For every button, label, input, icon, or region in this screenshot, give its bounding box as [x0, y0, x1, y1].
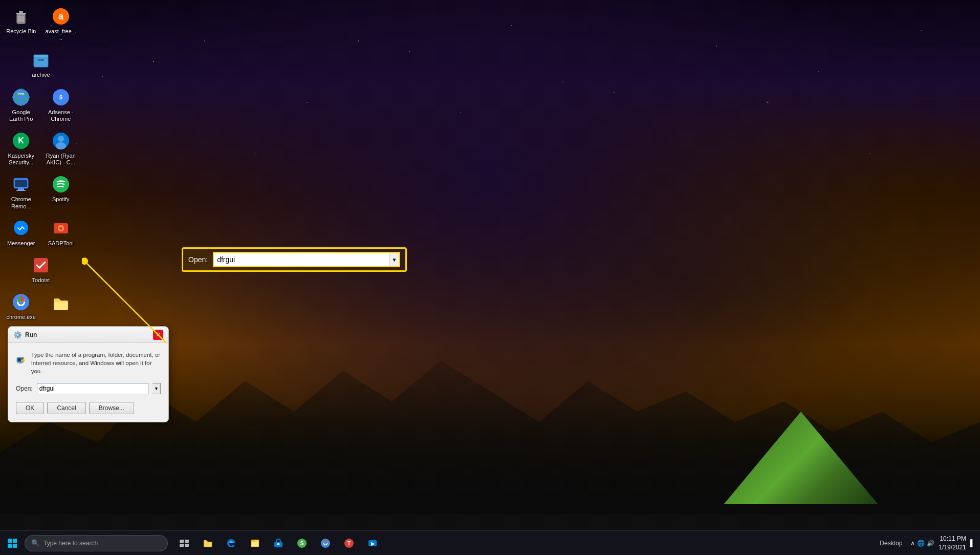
taskbar-search-placeholder: Type here to search [43, 540, 98, 547]
file-explorer-icon [203, 538, 213, 548]
desktop-icon-messenger[interactable]: Messenger [3, 216, 40, 249]
edge-browser-button[interactable] [220, 531, 243, 556]
desktop-icon-google-earth[interactable]: Pro Google Earth Pro [3, 84, 40, 125]
system-tray[interactable]: ∧ 🌐 🔊 [910, 540, 934, 547]
chrome-exe-label: chrome.exe [7, 314, 36, 321]
ryan-icon [51, 131, 71, 151]
svg-point-22 [56, 142, 66, 150]
svg-rect-8 [34, 57, 48, 67]
file-explorer-button[interactable] [197, 531, 219, 556]
taskbar-search-icon: 🔍 [31, 539, 39, 547]
blue-app-icon: ▶ [367, 538, 378, 548]
taskbar-right-area: Desktop ∧ 🌐 🔊 10:11 PM 1/19/2021 ▌ [880, 535, 980, 552]
svg-text:Pro: Pro [18, 92, 25, 96]
chrome-remote-label: Chrome Remo... [5, 196, 37, 209]
taskview-button[interactable] [173, 531, 195, 556]
desktop-icon-kaspersky[interactable]: K Kaspersky Security... [3, 128, 40, 168]
run-ok-button[interactable]: OK [16, 402, 44, 414]
run-title-icon: ⚙️ [13, 331, 22, 339]
taskbar-icon-tray: S T ▶ [173, 531, 384, 556]
avast-label: avast_free_... [45, 28, 77, 41]
run-dialog: ⚙️ Run ✕ Type the name of a program, fol… [8, 326, 169, 422]
svg-rect-55 [277, 543, 279, 545]
messenger-label: Messenger [7, 240, 35, 247]
desktop-icon-folder[interactable] [42, 291, 80, 323]
desktop-icon-chrome-exe[interactable]: chrome.exe [3, 289, 40, 323]
taskbar-search-bar[interactable]: 🔍 Type here to search [25, 535, 168, 551]
tray-network-icon[interactable]: 🌐 [917, 540, 925, 547]
svg-rect-45 [8, 544, 12, 548]
file-manager-icon [250, 538, 260, 548]
chrome-taskbar-icon [320, 538, 331, 548]
run-computer-icon [16, 351, 26, 371]
taskbar-clock[interactable]: 10:11 PM 1/19/2021 [939, 535, 966, 552]
adsense-icon: $ [51, 87, 71, 108]
run-cancel-button[interactable]: Cancel [47, 402, 85, 414]
run-dialog-title-text: Run [25, 331, 37, 338]
run-dialog-buttons: OK Cancel Browse... [16, 402, 161, 414]
run-dialog-titlebar: ⚙️ Run ✕ [8, 327, 168, 343]
tray-expand-icon[interactable]: ∧ [910, 540, 915, 547]
google-earth-label: Google Earth Pro [5, 109, 37, 122]
desktop-label: Desktop [880, 540, 902, 547]
desktop-icon-chrome-remote[interactable]: Chrome Remo... [3, 172, 40, 212]
svg-rect-44 [13, 539, 17, 543]
svg-point-21 [58, 136, 64, 142]
show-desktop-button[interactable]: ▌ [970, 539, 975, 547]
callout-input-wrapper: ▼ [213, 252, 400, 267]
svg-rect-49 [180, 544, 184, 547]
folder-icon [51, 293, 71, 314]
tray-volume-icon[interactable]: 🔊 [927, 540, 934, 547]
chrome-remote-icon [11, 174, 31, 195]
svg-point-31 [59, 227, 62, 230]
desktop-icon-archive[interactable]: archive [20, 47, 61, 81]
svg-rect-25 [16, 190, 26, 191]
chrome-taskbar-button[interactable] [314, 531, 337, 556]
chrome-exe-icon [11, 292, 31, 312]
svg-rect-53 [251, 540, 254, 542]
tent-decoration [724, 401, 878, 504]
ryan-label: Ryan (Ryan AKIC) - C... [45, 153, 77, 166]
svg-rect-39 [18, 363, 23, 364]
run-open-input[interactable] [37, 383, 148, 394]
svg-rect-48 [185, 540, 189, 543]
run-dialog-body: Type the name of a program, folder, docu… [8, 343, 168, 422]
windows-logo-icon [7, 538, 17, 548]
callout-dropdown-button[interactable]: ▼ [389, 253, 399, 266]
svg-rect-47 [180, 540, 184, 543]
edge-icon [226, 538, 236, 548]
svg-rect-43 [8, 539, 12, 543]
green-app-button[interactable]: S [291, 531, 313, 556]
run-browse-button[interactable]: Browse... [89, 402, 134, 414]
run-open-dropdown[interactable]: ▼ [153, 383, 161, 394]
svg-rect-10 [38, 59, 44, 61]
svg-text:a: a [58, 11, 64, 22]
taskview-icon [179, 539, 189, 547]
kaspersky-label: Kaspersky Security... [5, 153, 37, 166]
taskbar: 🔍 Type here to search [0, 530, 980, 555]
svg-rect-38 [19, 362, 21, 363]
kaspersky-icon: K [11, 131, 31, 151]
callout-open-input[interactable] [214, 253, 389, 266]
desktop-icon-recycle-bin[interactable]: Recycle Bin [3, 4, 40, 44]
archive-label: archive [32, 72, 50, 78]
run-dialog-close-button[interactable]: ✕ [153, 330, 163, 340]
desktop-icon-adsense[interactable]: $ Adsense - Chrome [42, 84, 80, 125]
run-desc-row: Type the name of a program, folder, docu… [16, 351, 161, 375]
desktop-icon-ryan[interactable]: Ryan (Ryan AKIC) - C... [42, 128, 80, 168]
desktop-icon-sadptool[interactable]: SADPTool [42, 216, 80, 249]
svg-rect-9 [34, 55, 48, 58]
desktop-icon-avast[interactable]: a avast_free_... [42, 4, 80, 44]
adsense-label: Adsense - Chrome [45, 109, 77, 122]
file-manager-button[interactable] [244, 531, 266, 556]
blue-app-button[interactable]: ▶ [361, 531, 384, 556]
svg-rect-1 [16, 13, 26, 14]
start-button[interactable] [0, 531, 25, 556]
google-earth-icon: Pro [11, 87, 31, 108]
store-icon [273, 538, 284, 548]
desktop-icon-todoist[interactable]: Todoist [20, 252, 61, 286]
clock-time: 10:11 PM [940, 535, 966, 543]
desktop-icon-spotify[interactable]: Spotify [42, 172, 80, 212]
microsoft-store-button[interactable] [267, 531, 290, 556]
red-app-button[interactable]: T [338, 531, 360, 556]
